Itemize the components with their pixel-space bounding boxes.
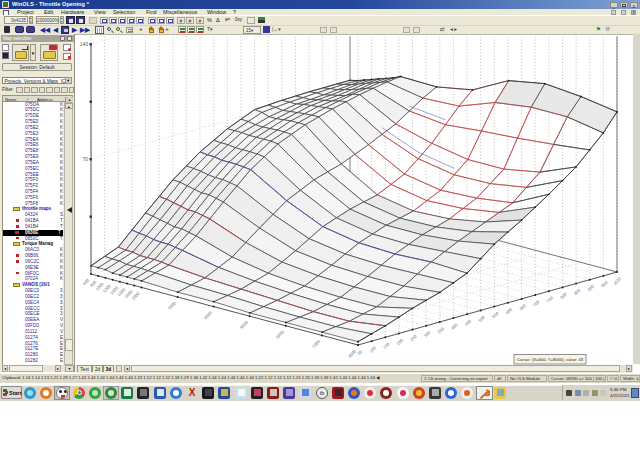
svg-text:140: 140 (80, 41, 89, 47)
svg-text:70: 70 (82, 156, 88, 162)
svg-text:Cursor: (X=600, Y=8000), value: Cursor: (X=600, Y=8000), value: 43 (517, 357, 584, 362)
